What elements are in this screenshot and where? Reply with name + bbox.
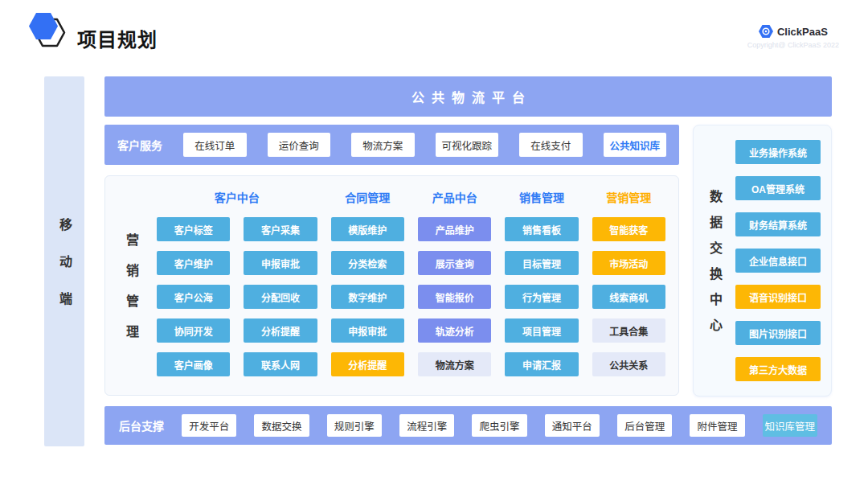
grid-cell[interactable]: 轨迹分析: [418, 318, 491, 343]
data-exchange-item[interactable]: 企业信息接口: [735, 249, 821, 273]
customer-service-buttons: 在线订单运价查询物流方案可视化跟踪在线支付公共知识库: [183, 133, 666, 157]
grid-cell[interactable]: 模版维护: [331, 217, 404, 241]
grid-cell[interactable]: 展示查询: [418, 251, 491, 275]
data-exchange-label: 数据交换中心: [705, 177, 724, 344]
sidebar-mobile-label: 移动端: [55, 194, 74, 329]
grid-cell[interactable]: 产品维护: [418, 217, 491, 241]
page-title: 项目规划: [77, 24, 158, 52]
grid-column-header: 营销管理: [592, 188, 665, 208]
grid-cell[interactable]: 申请汇报: [505, 352, 578, 376]
grid-cell[interactable]: 线索商机: [592, 285, 665, 309]
data-exchange-item[interactable]: 第三方大数据: [735, 357, 821, 381]
grid-cell[interactable]: 申报审批: [244, 251, 317, 275]
grid-cell[interactable]: 行为管理: [505, 285, 578, 309]
data-exchange-item[interactable]: 财务结算系统: [735, 212, 821, 236]
sidebar-mobile: 移动端: [44, 76, 84, 446]
data-exchange-item[interactable]: 语音识别接口: [735, 285, 821, 309]
grid-column-header: 销售管理: [505, 188, 578, 208]
grid-cell[interactable]: 智能报价: [418, 285, 491, 309]
grid-cell[interactable]: 项目管理: [505, 318, 578, 343]
backend-support-button[interactable]: 流程引擎: [399, 414, 454, 437]
grid-column-header: 合同管理: [331, 188, 404, 208]
grid-cell[interactable]: 工具合集: [592, 318, 665, 343]
grid-side-label: 营销管理: [121, 216, 141, 355]
backend-support-button[interactable]: 开发平台: [182, 414, 236, 437]
backend-support-button[interactable]: 知识库管理: [763, 414, 817, 437]
grid-cell[interactable]: 数字维护: [331, 285, 404, 309]
customer-service-button[interactable]: 公共知识库: [604, 133, 667, 157]
customer-service-button[interactable]: 运价查询: [268, 133, 331, 157]
top-banner-label: 公共物流平台: [404, 87, 532, 106]
grid-column-header: 产品中台: [418, 188, 491, 208]
backend-support-button[interactable]: 爬虫引擎: [472, 414, 526, 437]
data-exchange-item[interactable]: OA管理系统: [735, 176, 821, 200]
grid-side-label-wrap: 营销管理: [105, 176, 157, 395]
data-exchange-label-wrap: 数据交换中心: [694, 125, 735, 396]
backend-support-button[interactable]: 附件管理: [690, 414, 744, 437]
customer-service-label: 客户服务: [117, 137, 162, 153]
grid-cell[interactable]: 客户公海: [157, 285, 230, 309]
grid-cell[interactable]: 客户标签: [157, 217, 230, 241]
top-banner: 公共物流平台: [104, 76, 832, 117]
data-exchange-panel: 数据交换中心 业务操作系统OA管理系统财务结算系统企业信息接口语音识别接口图片识…: [693, 125, 832, 397]
hexagon-logo-icon: [29, 13, 68, 50]
customer-service-button[interactable]: 在线订单: [183, 133, 247, 157]
data-exchange-item[interactable]: 业务操作系统: [735, 140, 821, 164]
backend-support-row: 后台支撑 开发平台数据交换规则引擎流程引擎爬虫引擎通知平台后台管理附件管理知识库…: [104, 406, 832, 445]
customer-service-button[interactable]: 可视化跟踪: [436, 133, 499, 157]
grid-cell[interactable]: 智能获客: [592, 217, 665, 241]
grid-cell[interactable]: 销售看板: [505, 217, 578, 241]
grid-main: 客户中台合同管理产品中台销售管理营销管理客户标签客户采集模版维护产品维护销售看板…: [157, 176, 678, 395]
backend-support-label: 后台支撑: [119, 417, 164, 434]
backend-support-button[interactable]: 后台管理: [617, 414, 672, 437]
customer-service-row: 客户服务 在线订单运价查询物流方案可视化跟踪在线支付公共知识库: [104, 125, 679, 165]
grid-cell[interactable]: 分类检索: [331, 251, 404, 275]
grid-cell[interactable]: 市场活动: [592, 251, 665, 275]
grid-cell[interactable]: 客户画像: [157, 352, 230, 376]
data-exchange-items: 业务操作系统OA管理系统财务结算系统企业信息接口语音识别接口图片识别接口第三方大…: [735, 125, 831, 396]
grid-cell[interactable]: 客户维护: [157, 251, 230, 275]
marketing-grid-panel: 营销管理 客户中台合同管理产品中台销售管理营销管理客户标签客户采集模版维护产品维…: [104, 175, 679, 396]
grid-cell[interactable]: 分配回收: [244, 285, 317, 309]
backend-support-button[interactable]: 规则引擎: [327, 414, 382, 437]
backend-support-buttons: 开发平台数据交换规则引擎流程引擎爬虫引擎通知平台后台管理附件管理知识库管理: [182, 414, 817, 437]
data-exchange-item[interactable]: 图片识别接口: [735, 321, 821, 345]
grid-cell[interactable]: 公共关系: [592, 352, 665, 376]
grid-cell[interactable]: 申报审批: [331, 318, 404, 343]
copyright: Copyright@ ClickPaaS 2022: [747, 41, 839, 49]
grid-cell[interactable]: 客户采集: [244, 217, 317, 241]
grid-column-header: 客户中台: [157, 188, 317, 208]
backend-support-button[interactable]: 数据交换: [254, 414, 309, 437]
customer-service-button[interactable]: 物流方案: [351, 133, 415, 157]
grid-cell[interactable]: 物流方案: [418, 352, 491, 376]
grid-cell[interactable]: 协同开发: [157, 318, 230, 343]
brand-name: ClickPaaS: [777, 26, 828, 38]
grid-cell[interactable]: 分析提醒: [244, 318, 317, 343]
grid-cell[interactable]: 联系人网: [244, 352, 317, 376]
page: 项目规划 ClickPaaS Copyright@ ClickPaaS 2022…: [0, 0, 868, 489]
clickpaas-logo-icon: [759, 24, 773, 39]
backend-support-button[interactable]: 通知平台: [545, 414, 600, 437]
grid-cell[interactable]: 目标管理: [505, 251, 578, 275]
grid-cell[interactable]: 分析提醒: [331, 352, 404, 376]
customer-service-button[interactable]: 在线支付: [519, 133, 583, 157]
brand-block: ClickPaaS Copyright@ ClickPaaS 2022: [747, 24, 839, 49]
